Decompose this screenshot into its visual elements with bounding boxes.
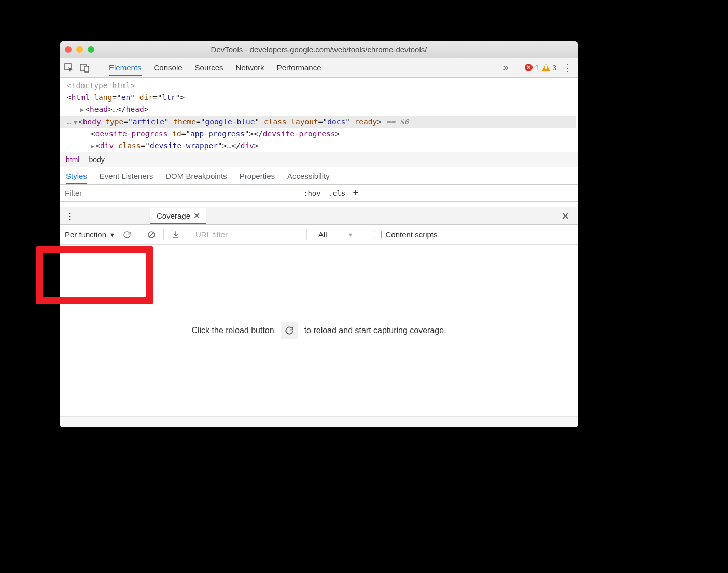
divider [163,229,164,240]
device-toggle-icon[interactable] [78,62,91,74]
empty-space [60,202,578,207]
reload-icon[interactable] [122,230,132,239]
drawer: ⋮ Coverage ✕ ✕ Per function ▼ [60,207,578,427]
cls-toggle[interactable]: .cls [328,189,346,197]
wrapper-line[interactable]: ▶<div class="devsite-wrapper">…</div> [67,140,576,152]
coverage-mode-dropdown[interactable]: Per function ▼ [65,230,115,239]
toolbar-right: » ✕ 1 3 ⋮ [503,62,575,74]
drawer-footer [60,416,578,427]
minimize-window-button[interactable] [76,46,83,53]
tab-network[interactable]: Network [236,59,264,76]
more-tabs-chevron[interactable]: » [503,62,508,73]
error-count: 1 [535,64,539,72]
window-title: DevTools - developers.google.com/web/too… [60,45,578,54]
close-window-button[interactable] [65,46,72,53]
devtools-window: DevTools - developers.google.com/web/too… [60,41,578,427]
titlebar: DevTools - developers.google.com/web/too… [60,41,578,58]
coverage-mode-dropdown-label: Per function [65,230,106,239]
coverage-hint-after: to reload and start capturing coverage. [304,326,446,335]
breadcrumb: html body [60,152,578,167]
reload-button[interactable] [281,322,298,339]
export-icon[interactable] [171,230,180,239]
zoom-window-button[interactable] [88,46,94,53]
tab-event-listeners[interactable]: Event Listeners [100,167,153,184]
box-model-preview [419,236,556,238]
breadcrumb-html[interactable]: html [66,155,79,164]
divider [188,229,188,240]
toolbar-divider [97,62,97,74]
tab-styles[interactable]: Styles [66,167,87,184]
divider [361,229,361,240]
clear-icon[interactable] [147,230,156,239]
main-tabs: Elements Console Sources Network Perform… [109,59,321,76]
drawer-tabs: ⋮ Coverage ✕ ✕ [60,207,578,225]
content-scripts-checkbox[interactable] [374,231,382,238]
traffic-lights [65,46,94,53]
tab-dom-breakpoints[interactable]: DOM Breakpoints [165,167,227,184]
inspect-element-icon[interactable] [63,62,75,74]
drawer-tab-coverage[interactable]: Coverage ✕ [150,208,206,224]
warning-count-badge[interactable]: 3 [542,64,556,72]
dom-tree[interactable]: <!doctype html> <html lang="en" dir="ltr… [60,78,578,152]
divider [306,229,307,240]
drawer-close-button[interactable]: ✕ [555,210,576,222]
progress-line[interactable]: <devsite-progress id="app-progress"></de… [67,128,576,140]
coverage-body: Click the reload button to reload and st… [60,245,578,416]
drawer-menu-icon[interactable]: ⋮ [62,208,78,223]
coverage-type-dropdown[interactable]: All ▼ [318,230,354,239]
html-open-line[interactable]: <html lang="en" dir="ltr"> [67,92,576,104]
settings-kebab-icon[interactable]: ⋮ [559,62,575,74]
coverage-type-dropdown-label: All [318,230,327,239]
chevron-down-icon: ▼ [109,232,115,238]
svg-rect-2 [85,66,89,72]
tab-performance[interactable]: Performance [277,59,321,76]
main-toolbar: Elements Console Sources Network Perform… [60,58,578,78]
error-count-badge[interactable]: ✕ 1 [525,64,539,72]
hov-toggle[interactable]: :hov [303,189,321,197]
tab-sources[interactable]: Sources [195,59,223,76]
tab-accessibility[interactable]: Accessibility [287,167,330,184]
tab-console[interactable]: Console [154,59,183,76]
warning-icon [542,64,550,71]
styles-tabs: Styles Event Listeners DOM Breakpoints P… [60,167,578,185]
url-filter-input[interactable] [195,230,299,239]
styles-filter-input[interactable] [60,185,298,201]
warning-count: 3 [552,64,556,72]
coverage-hint-before: Click the reload button [191,326,274,335]
doctype-line: <!doctype html> [67,80,576,92]
new-style-rule-button[interactable]: + [353,188,358,198]
drawer-tab-coverage-label: Coverage [157,211,190,220]
body-open-line-selected[interactable]: …▼<body type="article" theme="google-blu… [60,116,576,128]
coverage-toolbar: Per function ▼ All ▼ [60,225,578,245]
styles-filter-row: :hov .cls + [60,185,578,202]
tab-elements[interactable]: Elements [109,59,142,76]
drawer-tab-close-icon[interactable]: ✕ [193,211,200,221]
breadcrumb-body[interactable]: body [89,155,104,164]
tab-properties[interactable]: Properties [240,167,275,184]
chevron-down-icon: ▼ [348,232,354,238]
styles-filter-tools: :hov .cls + [298,185,363,201]
head-line[interactable]: ▶<head>…</head> [67,104,576,116]
svg-line-4 [149,232,153,237]
error-icon: ✕ [525,64,533,71]
divider [139,229,139,240]
